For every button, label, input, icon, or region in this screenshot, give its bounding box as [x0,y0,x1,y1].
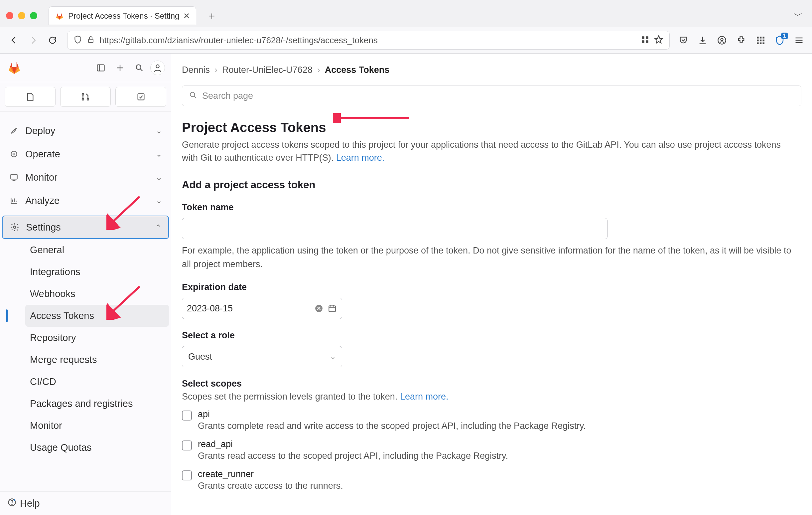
sidebar-item-settings[interactable]: Settings ⌄ [2,216,169,239]
svg-point-25 [13,153,15,155]
sidebar-item-analyze[interactable]: Analyze ⌄ [2,189,169,212]
chevron-down-icon: ⌄ [155,173,162,182]
svg-point-23 [14,129,16,130]
calendar-icon[interactable] [327,303,337,314]
sidebar-item-secure[interactable]: Secure ⌄ [2,113,169,119]
scopes-learn-more-link[interactable]: Learn more. [400,391,448,402]
sidebar-subitem-repository[interactable]: Repository [25,327,169,349]
url-text: https://gitlab.com/dzianisv/router-uniel… [99,35,636,46]
svg-rect-9 [763,36,764,38]
page-search-input[interactable] [202,91,794,101]
downloads-icon[interactable] [697,35,708,46]
create-new-icon[interactable] [112,59,128,76]
extension-badge-icon[interactable]: 1 [774,35,785,46]
sidebar-subitem-general[interactable]: General [25,239,169,261]
sidebar-subitem-label: Access Tokens [30,310,94,321]
app-shell: Secure ⌄ Deploy ⌄ Operate ⌄ Monitor ⌄ [0,54,812,515]
user-avatar[interactable] [150,60,165,75]
account-icon[interactable] [716,35,728,46]
clear-icon[interactable] [314,303,324,314]
chevron-down-icon: ⌄ [155,196,162,205]
svg-point-27 [13,226,16,228]
sidebar-subitem-label: Packages and registries [30,398,133,409]
sidebar-subitem-webhooks[interactable]: Webhooks [25,283,169,305]
window-close-button[interactable] [6,12,13,19]
window-minimize-button[interactable] [18,12,25,19]
sidebar-subitem-merge-requests[interactable]: Merge requests [25,349,169,371]
window-maximize-button[interactable] [30,12,37,19]
new-tab-button[interactable]: ＋ [202,7,222,25]
apps-grid-icon[interactable] [755,35,766,46]
sidebar-item-deploy[interactable]: Deploy ⌄ [2,119,169,142]
scope-checkbox-api[interactable] [182,410,192,421]
sidebar: Secure ⌄ Deploy ⌄ Operate ⌄ Monitor ⌄ [0,54,171,515]
expiration-date-input[interactable]: 2023-08-15 [182,298,342,319]
scope-row: read_api Grants read access to the scope… [182,439,801,461]
hamburger-menu-icon[interactable] [793,35,805,46]
sidebar-help[interactable]: Help [0,491,171,515]
extensions-icon[interactable] [735,35,747,46]
nav-back-button[interactable] [7,34,21,47]
browser-tab[interactable]: Project Access Tokens · Setting ✕ [49,6,196,25]
tabs-dropdown-icon[interactable]: ﹀ [793,9,806,22]
sidebar-item-label: Operate [25,149,60,160]
sidebar-item-operate[interactable]: Operate ⌄ [2,142,169,166]
nav-forward-button[interactable] [27,34,40,47]
pocket-icon[interactable] [678,35,689,46]
issues-shortcut[interactable] [5,87,56,107]
scope-row: create_runner Grants create access to th… [182,469,801,491]
sidebar-toggle-icon[interactable] [92,59,109,76]
svg-rect-8 [760,36,761,38]
chevron-up-icon: ⌄ [155,222,162,232]
search-icon[interactable] [131,59,148,76]
breadcrumb-link[interactable]: Router-UniElec-U7628 [222,65,313,75]
scope-checkbox-read-api[interactable] [182,440,192,451]
role-select[interactable]: Guest ⌄ [182,346,342,367]
tab-close-icon[interactable]: ✕ [183,11,190,21]
chevron-down-icon: ⌄ [155,150,162,159]
reader-mode-icon[interactable] [641,35,649,45]
toolbar: https://gitlab.com/dzianisv/router-uniel… [0,27,812,53]
learn-more-link[interactable]: Learn more. [336,153,385,163]
breadcrumb-link[interactable]: Dennis [182,65,210,75]
sidebar-subitem-integrations[interactable]: Integrations [25,261,169,283]
page-description-text: Generate project access tokens scoped to… [182,140,781,163]
nav-reload-button[interactable] [46,34,59,47]
gitlab-logo-icon[interactable] [6,59,23,76]
sidebar-nav: Secure ⌄ Deploy ⌄ Operate ⌄ Monitor ⌄ [0,112,171,491]
sidebar-item-label: Deploy [25,126,55,136]
sidebar-subitem-cicd[interactable]: CI/CD [25,371,169,392]
todos-shortcut[interactable] [115,87,166,107]
sidebar-item-monitor[interactable]: Monitor ⌄ [2,166,169,189]
sidebar-subitem-usage-quotas[interactable]: Usage Quotas [25,436,169,458]
svg-rect-3 [642,40,644,43]
svg-point-32 [14,499,16,501]
sidebar-subitem-access-tokens[interactable]: Access Tokens [25,305,169,327]
merge-requests-shortcut[interactable] [60,87,111,107]
sidebar-subitem-monitor[interactable]: Monitor [25,414,169,436]
sidebar-subitem-label: Integrations [30,267,81,277]
address-bar[interactable]: https://gitlab.com/dzianisv/router-uniel… [67,31,670,50]
token-name-input[interactable] [182,218,608,239]
lock-icon[interactable] [87,35,95,45]
token-name-help: For example, the application using the t… [182,244,794,271]
scope-checkbox-create-runner[interactable] [182,470,192,480]
page-title: Project Access Tokens [182,120,326,135]
scope-name: create_runner [198,469,343,480]
sidebar-item-label: Monitor [25,172,58,183]
browser-chrome: Project Access Tokens · Setting ✕ ＋ ﹀ ht… [0,0,812,54]
sidebar-subitem-packages[interactable]: Packages and registries [25,392,169,414]
bookmark-star-icon[interactable] [654,35,663,46]
svg-rect-15 [763,43,764,44]
expiration-label: Expiration date [182,282,801,293]
sidebar-subitem-label: CI/CD [30,376,56,387]
page-description: Generate project access tokens scoped to… [182,138,794,164]
shield-icon[interactable] [74,35,82,45]
toolbar-right: 1 [678,35,805,46]
sidebar-subitem-label: Merge requests [30,354,97,365]
expiration-date-value: 2023-08-15 [187,303,311,314]
scope-name: api [198,409,586,419]
rocket-icon [9,126,19,136]
page-search[interactable] [182,85,801,106]
role-select-value: Guest [188,352,326,362]
